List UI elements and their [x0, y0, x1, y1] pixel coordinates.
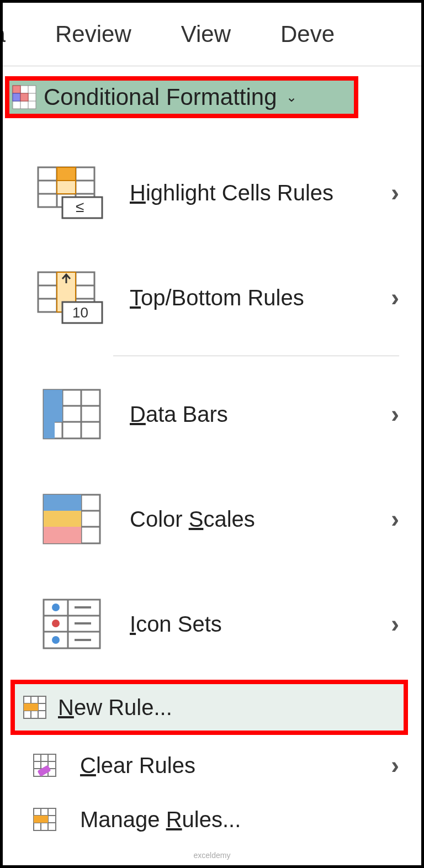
svg-rect-30	[44, 390, 62, 406]
conditional-formatting-icon	[12, 84, 37, 110]
menu-clear-rules[interactable]: Clear Rules ›	[3, 738, 416, 792]
svg-rect-13	[57, 167, 76, 181]
menu-color-scales[interactable]: Color Scales ›	[3, 467, 416, 571]
svg-rect-32	[44, 422, 55, 438]
conditional-formatting-menu: ≤ Highlight Cells Rules › 10 Top/Bottom …	[3, 118, 416, 846]
svg-rect-68	[34, 816, 48, 823]
color-scales-icon	[36, 491, 108, 547]
menu-label: Manage Rules...	[80, 807, 241, 832]
menu-label: Clear Rules	[80, 753, 195, 778]
chevron-right-icon: ›	[391, 505, 399, 533]
svg-rect-56	[24, 703, 38, 711]
tab-review[interactable]: Review	[55, 21, 131, 47]
clear-rules-icon	[31, 752, 58, 779]
chevron-right-icon: ›	[391, 400, 399, 428]
ribbon-tabs: ta Review View Deve	[0, 3, 421, 66]
menu-label: Highlight Cells Rules	[130, 181, 333, 205]
top-bottom-icon: 10	[36, 270, 108, 325]
dropdown-caret-icon: ⌄	[286, 89, 297, 105]
new-rule-icon	[22, 694, 48, 721]
menu-label: Top/Bottom Rules	[130, 285, 304, 310]
data-bars-icon	[36, 387, 108, 442]
menu-new-rule[interactable]: New Rule...	[10, 680, 408, 735]
menu-data-bars[interactable]: Data Bars ›	[3, 362, 416, 467]
menu-separator	[113, 356, 399, 356]
menu-manage-rules[interactable]: Manage Rules...	[3, 792, 416, 846]
menu-label: New Rule...	[58, 695, 172, 720]
menu-highlight-cells-rules[interactable]: ≤ Highlight Cells Rules ›	[3, 140, 416, 245]
chevron-right-icon: ›	[391, 751, 399, 779]
menu-top-bottom-rules[interactable]: 10 Top/Bottom Rules ›	[3, 245, 416, 350]
svg-rect-5	[13, 86, 20, 93]
chevron-right-icon: ›	[391, 284, 399, 311]
tab-developer[interactable]: Deve	[280, 21, 335, 47]
manage-rules-icon	[31, 806, 58, 833]
svg-point-47	[52, 636, 60, 644]
icon-sets-icon	[36, 596, 108, 652]
chevron-right-icon: ›	[391, 179, 399, 207]
svg-rect-31	[44, 406, 62, 422]
conditional-formatting-label: Conditional Formatting	[44, 84, 277, 110]
svg-rect-39	[44, 511, 81, 527]
svg-text:≤: ≤	[76, 198, 84, 215]
svg-rect-14	[57, 181, 76, 194]
conditional-formatting-highlight: Conditional Formatting ⌄	[5, 76, 358, 118]
svg-point-46	[52, 620, 60, 627]
svg-rect-38	[44, 495, 81, 511]
svg-rect-40	[44, 527, 81, 543]
menu-label: Color Scales	[130, 507, 255, 532]
conditional-formatting-button[interactable]: Conditional Formatting ⌄	[9, 81, 354, 114]
menu-icon-sets[interactable]: Icon Sets ›	[3, 571, 416, 676]
watermark: exceldemy	[194, 851, 231, 860]
svg-rect-6	[13, 93, 20, 101]
menu-label: Icon Sets	[130, 612, 222, 637]
tab-view[interactable]: View	[181, 21, 231, 47]
svg-point-45	[52, 604, 60, 611]
tab-data[interactable]: ta	[0, 21, 6, 47]
svg-text:10: 10	[72, 304, 88, 321]
highlight-cells-icon: ≤	[36, 165, 108, 220]
svg-rect-7	[20, 93, 28, 101]
menu-label: Data Bars	[130, 402, 228, 427]
chevron-right-icon: ›	[391, 610, 399, 638]
